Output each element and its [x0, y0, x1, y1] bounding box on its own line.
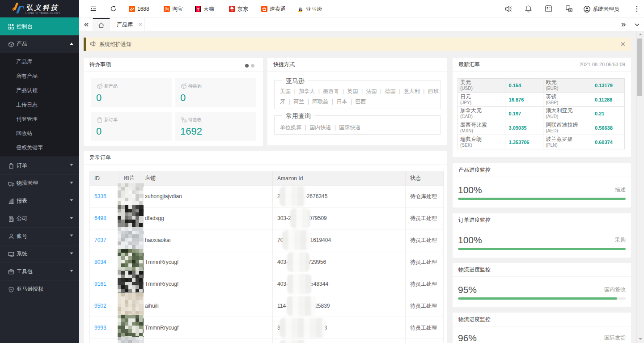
- svg-text:T: T: [197, 7, 199, 12]
- svg-text:淘: 淘: [165, 7, 169, 11]
- svg-text:a: a: [299, 6, 302, 12]
- svg-text:京东: 京东: [231, 10, 234, 12]
